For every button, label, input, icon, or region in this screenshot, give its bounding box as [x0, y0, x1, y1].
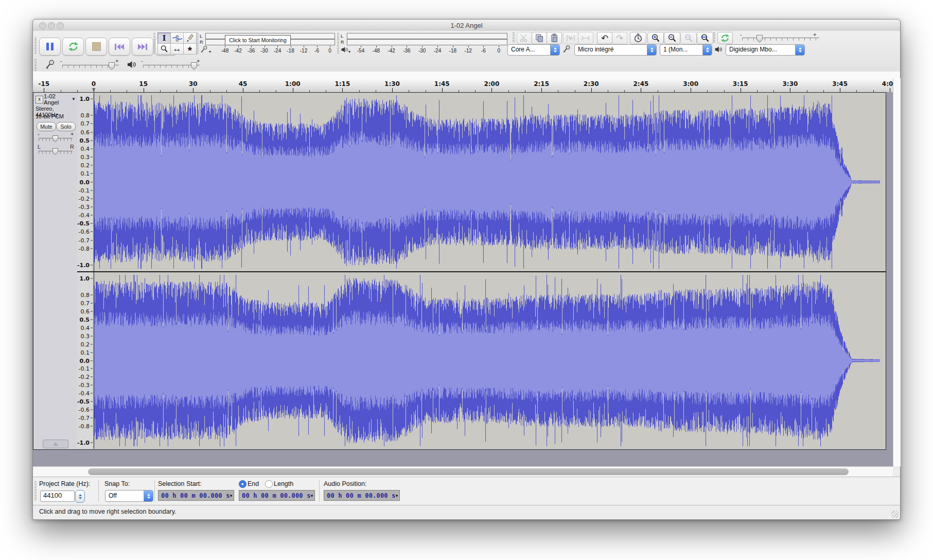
- draw-tool-button[interactable]: [183, 32, 197, 44]
- window-resize-grip[interactable]: [891, 511, 899, 518]
- tools-toolbar-grip[interactable]: [153, 33, 155, 54]
- track-menu-arrow-icon: ▼: [72, 97, 76, 101]
- fit-selection-button[interactable]: [680, 32, 697, 44]
- silence-audio-button[interactable]: [578, 32, 593, 44]
- end-radio[interactable]: [239, 480, 247, 488]
- record-meter-grip[interactable]: [197, 33, 199, 54]
- trim-audio-button[interactable]: [563, 32, 578, 44]
- transport-toolbar-grip[interactable]: [34, 38, 37, 55]
- timeshift-tool-button[interactable]: ↔: [170, 43, 184, 55]
- monitoring-overlay[interactable]: Click to Start Monitoring: [225, 35, 291, 45]
- timeline-major-tick: [541, 88, 542, 92]
- selection-start-value: 00 h 00 m 00.000 s: [159, 492, 230, 499]
- pan-slider-thumb[interactable]: [52, 148, 58, 155]
- fit-project-button[interactable]: [697, 32, 713, 44]
- undo-icon: ↶: [601, 34, 608, 43]
- left-channel-waveform[interactable]: [93, 93, 886, 271]
- play-at-speed-button[interactable]: [717, 32, 733, 44]
- timeline-major-tick: [442, 88, 443, 92]
- transcription-toolbar-grip[interactable]: [713, 32, 715, 43]
- track-title-menu[interactable]: 1-02 Angel ▼: [44, 95, 76, 103]
- horizontal-scrollbar[interactable]: [33, 466, 893, 477]
- edit-toolbar-grip[interactable]: [513, 32, 515, 43]
- skip-to-start-button[interactable]: [109, 38, 130, 56]
- project-rate-input[interactable]: 44100: [40, 491, 75, 502]
- track-close-button[interactable]: x: [36, 96, 43, 103]
- stop-button[interactable]: [85, 38, 107, 56]
- track-view-area[interactable]: x 1-02 Angel ▼ Stereo, 44100Hz 16-bit PC…: [33, 92, 900, 466]
- selection-ibeam-icon: I: [163, 34, 166, 42]
- selection-toolbar: Project Rate (Hz): 44100 Snap To: Off Se…: [33, 477, 900, 505]
- cut-button[interactable]: [517, 32, 532, 44]
- paste-button[interactable]: [547, 32, 562, 44]
- amplitude-label: 0.7: [81, 120, 90, 127]
- gain-slider-thumb[interactable]: [52, 135, 58, 142]
- play-meter-dropdown-icon[interactable]: ▾: [348, 49, 350, 54]
- skip-to-end-button[interactable]: [132, 38, 153, 56]
- output-device-select[interactable]: Digidesign Mbo...: [726, 44, 805, 56]
- mixer-toolbar-grip[interactable]: [34, 59, 37, 71]
- input-volume-slider-thumb[interactable]: [109, 62, 115, 70]
- input-device-select[interactable]: Micro intégré: [574, 44, 657, 56]
- play-meter-left-bar[interactable]: [347, 33, 507, 39]
- timeline-label: 3:45: [832, 80, 848, 87]
- play-loop-button[interactable]: [62, 38, 84, 56]
- right-channel-waveform[interactable]: [93, 272, 886, 449]
- snap-to-select[interactable]: Off: [105, 490, 153, 502]
- sync-lock-button[interactable]: [630, 32, 646, 44]
- length-radio[interactable]: [265, 480, 273, 488]
- right-channel-vertical-ruler[interactable]: 1.00.80.70.60.50.40.30.20.10.0-0.1-0.2-0…: [77, 272, 93, 449]
- audio-host-select[interactable]: Core A...: [507, 44, 560, 56]
- amplitude-label: 0.6: [81, 308, 90, 314]
- pause-button[interactable]: [39, 38, 61, 56]
- zoom-out-button[interactable]: [664, 32, 680, 44]
- amplitude-label: 0.1: [81, 349, 90, 356]
- redo-button[interactable]: ↷: [612, 32, 627, 44]
- selection-start-field[interactable]: 00 h 00 m 00.000 s ▾: [158, 490, 234, 501]
- amplitude-label: 0.5: [80, 137, 90, 144]
- left-channel-vertical-ruler[interactable]: 1.00.80.70.60.50.40.30.20.10.0-0.1-0.2-0…: [77, 93, 93, 271]
- record-meter-dropdown-icon[interactable]: ▾: [209, 49, 211, 54]
- selbar-divider: [98, 480, 99, 502]
- play-meter-right-bar[interactable]: [347, 39, 507, 45]
- record-meter-scale-label: -24: [271, 48, 284, 54]
- pause-icon: [46, 43, 54, 50]
- play-speed-slider[interactable]: [742, 38, 819, 41]
- envelope-tool-button[interactable]: [170, 32, 184, 44]
- record-meter-mic-icon[interactable]: [200, 45, 208, 54]
- project-rate-stepper[interactable]: [75, 490, 85, 503]
- horizontal-scrollbar-thumb[interactable]: [88, 468, 849, 475]
- timeline-major-tick: [591, 88, 592, 92]
- redo-icon: ↷: [616, 34, 623, 43]
- amplitude-label: -0.8: [79, 245, 90, 252]
- timeline-label: 0: [92, 80, 96, 87]
- amplitude-label: 0.6: [81, 129, 90, 135]
- timeline-label: 3:30: [783, 80, 798, 87]
- selection-tool-button[interactable]: I: [157, 32, 171, 44]
- zoom-tool-button[interactable]: [157, 43, 171, 55]
- audio-position-field[interactable]: 00 h 00 m 00.000 s ▾: [324, 490, 400, 501]
- vertical-scrollbar[interactable]: [893, 78, 901, 466]
- fit-selection-icon: [684, 33, 693, 43]
- title-bar[interactable]: 1-02 Angel: [33, 20, 900, 31]
- multi-tool-button[interactable]: *: [183, 43, 197, 55]
- mute-button[interactable]: Mute: [37, 122, 56, 131]
- track-collapse-button[interactable]: [43, 440, 68, 448]
- copy-button[interactable]: [532, 32, 547, 44]
- selection-toolbar-grip[interactable]: [34, 481, 37, 501]
- envelope-icon: [172, 34, 183, 42]
- undo-button[interactable]: ↶: [597, 32, 612, 44]
- selection-end-field[interactable]: 00 h 00 m 00.000 s ▾: [239, 490, 315, 501]
- solo-button[interactable]: Solo: [56, 122, 76, 131]
- output-volume-slider-thumb[interactable]: [191, 62, 197, 70]
- input-channels-select[interactable]: 1 (Mon...: [660, 44, 712, 56]
- play-meter-speaker-icon[interactable]: [341, 46, 348, 54]
- timeline-major-tick: [691, 88, 691, 92]
- amplitude-label: -0.3: [79, 382, 90, 389]
- play-speed-slider-thumb[interactable]: [756, 35, 763, 43]
- pan-left-label: L: [38, 144, 41, 150]
- gain-plus-label: +: [71, 131, 74, 137]
- play-meter-grip[interactable]: [337, 33, 339, 54]
- timeline-ruler[interactable]: -1501530451:001:151:301:452:002:152:302:…: [33, 78, 893, 93]
- zoom-in-button[interactable]: [647, 32, 664, 44]
